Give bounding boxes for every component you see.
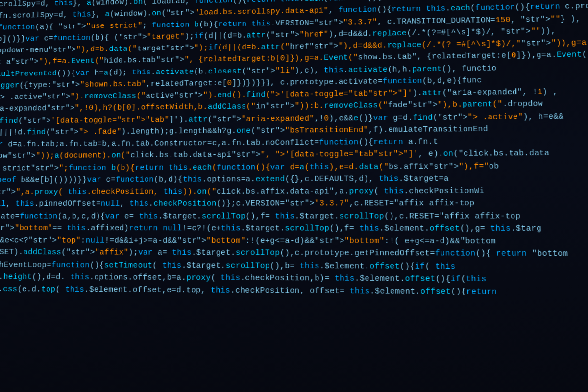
code-line: .RESET).addClass("str">"affix");var a= t… [0, 246, 588, 261]
code-line: "str">"bottom"== this.affixed)return nul… [0, 222, 588, 235]
code-line: "str">",a.proxy( this.checkPosition, thi… [0, 185, 588, 198]
code-line: $State=function(a,b,c,d){var e= this.$ta… [0, 210, 588, 222]
code-display: scrollSpy=d, this}, a(window).on( loadta… [0, 0, 588, 392]
code-line: null, this.pinnedOffset=null, this.check… [0, 197, 588, 210]
code-line: e=a.css(e.d.top( this.$element.offset,e=… [0, 283, 588, 299]
code-line: typeof b&&e[b]())))}}var c=function(b,d)… [0, 172, 588, 186]
code-line: !c&&e<c<?"str">"top":null!=d&&i+j>=a-d&&… [0, 234, 588, 248]
